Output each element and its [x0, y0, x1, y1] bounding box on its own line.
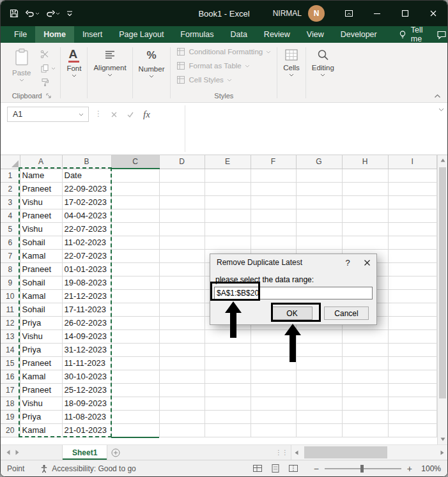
grid-cell-D6[interactable] [159, 236, 205, 249]
grid-cell-F18[interactable] [251, 397, 296, 410]
name-box[interactable]: A1 [7, 107, 89, 122]
column-header-E[interactable]: E [205, 155, 251, 169]
row-header-12[interactable]: 12 [1, 316, 20, 329]
tab-home[interactable]: Home [35, 26, 74, 43]
grid-cell-F14[interactable] [251, 343, 296, 356]
grid-cell-H20[interactable] [342, 423, 388, 437]
grid-cell-D1[interactable] [159, 169, 205, 182]
accessibility-status[interactable]: Accessibility: Good to go [40, 464, 135, 473]
grid-cell-I9[interactable] [388, 276, 437, 289]
grid-cell-C11[interactable] [111, 303, 159, 316]
minimize-button[interactable] [363, 1, 391, 26]
collapse-ribbon-button[interactable] [434, 94, 441, 98]
grid-cell-D10[interactable] [159, 289, 205, 303]
tab-view[interactable]: View [298, 26, 332, 43]
grid-cell-F15[interactable] [251, 356, 296, 370]
grid-cell-A14[interactable]: Priya [20, 343, 62, 356]
grid-cell-H2[interactable] [342, 182, 388, 195]
grid-cell-A10[interactable]: Kamal [20, 289, 62, 303]
grid-cell-F2[interactable] [251, 182, 296, 195]
grid-cell-G16[interactable] [296, 370, 342, 383]
grid-cell-F20[interactable] [251, 423, 296, 437]
grid-cell-D12[interactable] [159, 316, 205, 329]
row-header-5[interactable]: 5 [1, 222, 20, 236]
grid-cell-C15[interactable] [111, 356, 159, 370]
normal-view-icon[interactable] [252, 464, 263, 473]
zoom-out-button[interactable]: − [314, 465, 319, 473]
grid-cell-E4[interactable] [205, 209, 251, 222]
conditional-formatting-button[interactable]: Conditional Formatting [174, 45, 274, 59]
column-header-H[interactable]: H [342, 155, 388, 169]
grid-cell-I5[interactable] [388, 222, 437, 236]
grid-cell-E13[interactable] [205, 329, 251, 343]
grid-cell-B17[interactable]: 25-12-2023 [62, 383, 111, 397]
ribbon-display-options-button[interactable] [335, 1, 363, 26]
grid-cell-I2[interactable] [388, 182, 437, 195]
grid-cell-D16[interactable] [159, 370, 205, 383]
grid-cell-G20[interactable] [296, 423, 342, 437]
grid-cell-E17[interactable] [205, 383, 251, 397]
row-header-4[interactable]: 4 [1, 209, 20, 222]
cancel-entry-icon[interactable] [111, 111, 118, 118]
column-header-D[interactable]: D [159, 155, 205, 169]
grid-cell-E19[interactable] [205, 410, 251, 423]
column-header-C[interactable]: C [111, 155, 159, 169]
grid-cell-A7[interactable]: Kamal [20, 249, 62, 262]
sheet-tab-sheet1[interactable]: Sheet1 [62, 445, 107, 460]
column-header-I[interactable]: I [388, 155, 437, 169]
grid-cell-C13[interactable] [111, 329, 159, 343]
grid-cell-I18[interactable] [388, 397, 437, 410]
undo-button[interactable] [23, 4, 42, 23]
grid-cell-B1[interactable]: Date [62, 169, 111, 182]
grid-cell-G19[interactable] [296, 410, 342, 423]
grid-cell-D13[interactable] [159, 329, 205, 343]
dialog-launcher-icon[interactable] [45, 93, 52, 99]
tab-formulas[interactable]: Formulas [172, 26, 222, 43]
column-header-B[interactable]: B [62, 155, 111, 169]
grid-cell-H13[interactable] [342, 329, 388, 343]
row-header-6[interactable]: 6 [1, 236, 20, 249]
tab-file[interactable]: File [6, 26, 35, 43]
cells-button[interactable]: Cells [277, 45, 305, 102]
grid-cell-C6[interactable] [111, 236, 159, 249]
grid-cell-E18[interactable] [205, 397, 251, 410]
column-header-G[interactable]: G [296, 155, 342, 169]
zoom-slider-thumb[interactable] [360, 465, 364, 473]
grid-cell-E3[interactable] [205, 195, 251, 209]
grid-cell-A20[interactable]: Kamal [20, 423, 62, 437]
row-header-9[interactable]: 9 [1, 276, 20, 289]
grid-cell-G14[interactable] [296, 343, 342, 356]
grid-cell-E5[interactable] [205, 222, 251, 236]
grid-cell-G17[interactable] [296, 383, 342, 397]
grid-cell-I13[interactable] [388, 329, 437, 343]
grid-cell-D7[interactable] [159, 249, 205, 262]
grid-cell-A16[interactable]: Kamal [20, 370, 62, 383]
grid-cell-B18[interactable]: 18-09-2023 [62, 397, 111, 410]
grid-cell-G1[interactable] [296, 169, 342, 182]
tab-review[interactable]: Review [256, 26, 298, 43]
grid-cell-G4[interactable] [296, 209, 342, 222]
page-break-preview-icon[interactable] [288, 464, 298, 473]
grid-cell-I4[interactable] [388, 209, 437, 222]
grid-cell-A15[interactable]: Praneet [20, 356, 62, 370]
data-range-input[interactable] [214, 287, 373, 299]
grid-cell-I7[interactable] [388, 249, 437, 262]
grid-cell-H1[interactable] [342, 169, 388, 182]
grid-cell-D19[interactable] [159, 410, 205, 423]
formula-input[interactable] [187, 105, 435, 152]
grid-cell-A3[interactable]: Vishu [20, 195, 62, 209]
grid-cell-C7[interactable] [111, 249, 159, 262]
grid-cell-D14[interactable] [159, 343, 205, 356]
grid-cell-C18[interactable] [111, 397, 159, 410]
tab-developer[interactable]: Developer [332, 26, 385, 43]
grid-cell-C8[interactable] [111, 262, 159, 276]
grid-cell-I20[interactable] [388, 423, 437, 437]
grid-cell-F6[interactable] [251, 236, 296, 249]
account-avatar[interactable]: N [308, 5, 325, 22]
grid-cell-C3[interactable] [111, 195, 159, 209]
format-as-table-button[interactable]: Format as Table [174, 59, 252, 73]
grid-cell-D15[interactable] [159, 356, 205, 370]
tell-me-button[interactable]: Tell me [394, 26, 427, 43]
grid-cell-I1[interactable] [388, 169, 437, 182]
grid-cell-E16[interactable] [205, 370, 251, 383]
